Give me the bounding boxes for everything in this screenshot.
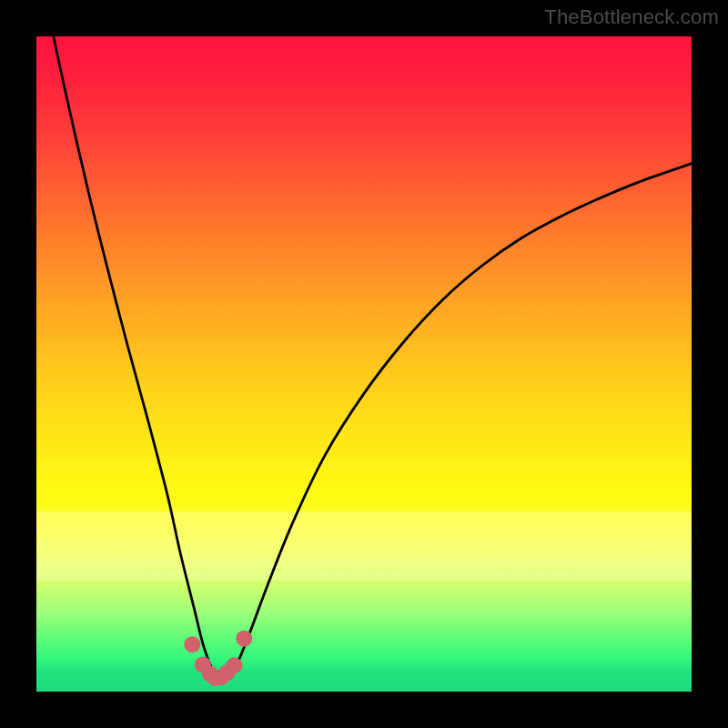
chart-frame: TheBottleneck.com (0, 0, 728, 728)
curve-marker (226, 657, 242, 673)
marker-group (184, 631, 252, 686)
attribution-text: TheBottleneck.com (544, 5, 719, 29)
curve-marker (236, 631, 252, 647)
curve-layer (36, 36, 692, 692)
bottleneck-curve (36, 36, 692, 678)
bottleneck-curve-path (36, 36, 692, 678)
curve-marker (184, 636, 200, 652)
plot-area (36, 36, 692, 692)
